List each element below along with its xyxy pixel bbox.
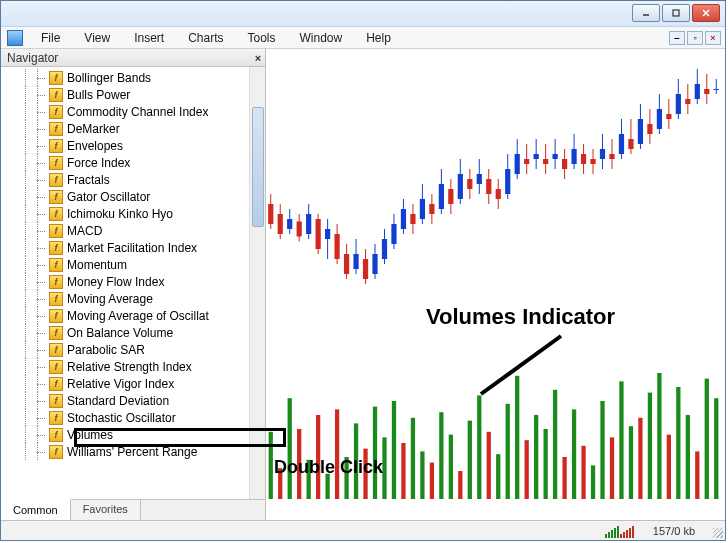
indicator-item-standard-deviation[interactable]: fStandard Deviation bbox=[1, 392, 265, 409]
svg-line-148 bbox=[481, 336, 561, 394]
svg-rect-13 bbox=[306, 214, 311, 234]
indicator-icon: f bbox=[49, 71, 63, 85]
statusbar: 157/0 kb bbox=[1, 520, 725, 540]
svg-rect-93 bbox=[685, 99, 690, 104]
indicator-item-ichimoku-kinko-hyo[interactable]: fIchimoku Kinko Hyo bbox=[1, 205, 265, 222]
menu-window[interactable]: Window bbox=[290, 29, 353, 47]
indicator-icon: f bbox=[49, 326, 63, 340]
indicator-label: Moving Average of Oscillat bbox=[67, 309, 209, 323]
indicator-item-relative-vigor-index[interactable]: fRelative Vigor Index bbox=[1, 375, 265, 392]
svg-rect-147 bbox=[714, 398, 718, 499]
indicator-item-commodity-channel-index[interactable]: fCommodity Channel Index bbox=[1, 103, 265, 120]
svg-rect-145 bbox=[695, 451, 699, 499]
indicator-item-gator-oscillator[interactable]: fGator Oscillator bbox=[1, 188, 265, 205]
svg-rect-121 bbox=[468, 421, 472, 499]
window-maximize-button[interactable] bbox=[662, 4, 690, 22]
indicator-item-bollinger-bands[interactable]: fBollinger Bands bbox=[1, 69, 265, 86]
navigator-header: Navigator × bbox=[1, 49, 265, 67]
status-transfer: 157/0 kb bbox=[653, 525, 695, 537]
indicator-item-bulls-power[interactable]: fBulls Power bbox=[1, 86, 265, 103]
navigator-scroll-thumb[interactable] bbox=[252, 107, 264, 227]
svg-rect-1 bbox=[673, 10, 679, 16]
navigator-tree[interactable]: fBollinger BandsfBulls PowerfCommodity C… bbox=[1, 67, 265, 499]
indicator-icon: f bbox=[49, 275, 63, 289]
indicator-item-on-balance-volume[interactable]: fOn Balance Volume bbox=[1, 324, 265, 341]
annotation-volumes-indicator: Volumes Indicator bbox=[426, 304, 615, 330]
indicator-item-demarker[interactable]: fDeMarker bbox=[1, 120, 265, 137]
svg-rect-5 bbox=[268, 204, 273, 224]
svg-rect-41 bbox=[439, 184, 444, 209]
indicator-item-momentum[interactable]: fMomentum bbox=[1, 256, 265, 273]
indicator-icon: f bbox=[49, 292, 63, 306]
indicator-label: Parabolic SAR bbox=[67, 343, 145, 357]
indicator-item-parabolic-sar[interactable]: fParabolic SAR bbox=[1, 341, 265, 358]
svg-rect-143 bbox=[676, 387, 680, 499]
navigator-tab-favorites[interactable]: Favorites bbox=[71, 500, 141, 521]
svg-rect-47 bbox=[467, 179, 472, 189]
indicator-item-williams-percent-range[interactable]: fWilliams' Percent Range bbox=[1, 443, 265, 460]
menu-file[interactable]: File bbox=[31, 29, 70, 47]
indicator-label: On Balance Volume bbox=[67, 326, 173, 340]
svg-rect-81 bbox=[628, 139, 633, 149]
indicator-icon: f bbox=[49, 105, 63, 119]
indicator-item-moving-average-of-oscillat[interactable]: fMoving Average of Oscillat bbox=[1, 307, 265, 324]
indicator-item-relative-strength-index[interactable]: fRelative Strength Index bbox=[1, 358, 265, 375]
indicator-icon: f bbox=[49, 173, 63, 187]
indicator-label: Commodity Channel Index bbox=[67, 105, 208, 119]
navigator-tab-common[interactable]: Common bbox=[1, 499, 71, 521]
indicator-item-market-facilitation-index[interactable]: fMarket Facilitation Index bbox=[1, 239, 265, 256]
indicator-item-stochastic-oscillator[interactable]: fStochastic Oscillator bbox=[1, 409, 265, 426]
indicator-item-money-flow-index[interactable]: fMoney Flow Index bbox=[1, 273, 265, 290]
svg-rect-97 bbox=[704, 89, 709, 94]
svg-rect-137 bbox=[619, 381, 623, 499]
svg-rect-128 bbox=[534, 415, 538, 499]
svg-rect-114 bbox=[401, 443, 405, 499]
menu-tools[interactable]: Tools bbox=[238, 29, 286, 47]
svg-rect-73 bbox=[590, 159, 595, 164]
window-buttons bbox=[632, 4, 720, 22]
menu-insert[interactable]: Insert bbox=[124, 29, 174, 47]
mdi-minimize-button[interactable]: ‒ bbox=[669, 31, 685, 45]
resize-grip[interactable] bbox=[709, 524, 723, 538]
indicator-icon: f bbox=[49, 394, 63, 408]
svg-rect-7 bbox=[278, 214, 283, 234]
indicator-item-envelopes[interactable]: fEnvelopes bbox=[1, 137, 265, 154]
svg-rect-25 bbox=[363, 259, 368, 279]
svg-rect-67 bbox=[562, 159, 567, 169]
candlestick-chart bbox=[266, 59, 721, 309]
indicator-item-force-index[interactable]: fForce Index bbox=[1, 154, 265, 171]
svg-rect-134 bbox=[591, 465, 595, 499]
indicator-icon: f bbox=[49, 445, 63, 459]
menu-view[interactable]: View bbox=[74, 29, 120, 47]
mdi-window-buttons: ‒ ▫ × bbox=[669, 31, 725, 45]
indicator-icon: f bbox=[49, 156, 63, 170]
window-close-button[interactable] bbox=[692, 4, 720, 22]
mdi-restore-button[interactable]: ▫ bbox=[687, 31, 703, 45]
navigator-scrollbar[interactable] bbox=[249, 67, 265, 499]
indicator-icon: f bbox=[49, 122, 63, 136]
svg-rect-43 bbox=[448, 189, 453, 204]
svg-rect-85 bbox=[647, 124, 652, 134]
window-minimize-button[interactable] bbox=[632, 4, 660, 22]
indicator-label: Envelopes bbox=[67, 139, 123, 153]
mdi-close-button[interactable]: × bbox=[705, 31, 721, 45]
menubar: File View Insert Charts Tools Window Hel… bbox=[1, 27, 725, 49]
menu-help[interactable]: Help bbox=[356, 29, 401, 47]
svg-rect-75 bbox=[600, 149, 605, 159]
svg-rect-119 bbox=[449, 435, 453, 499]
svg-rect-115 bbox=[411, 418, 415, 499]
svg-rect-87 bbox=[657, 109, 662, 129]
menu-charts[interactable]: Charts bbox=[178, 29, 233, 47]
svg-rect-135 bbox=[600, 401, 604, 499]
indicator-label: Fractals bbox=[67, 173, 110, 187]
indicator-item-moving-average[interactable]: fMoving Average bbox=[1, 290, 265, 307]
indicator-icon: f bbox=[49, 88, 63, 102]
svg-rect-21 bbox=[344, 254, 349, 274]
indicator-item-volumes[interactable]: fVolumes bbox=[1, 426, 265, 443]
svg-rect-141 bbox=[657, 373, 661, 499]
indicator-item-macd[interactable]: fMACD bbox=[1, 222, 265, 239]
navigator-close-button[interactable]: × bbox=[251, 51, 265, 65]
indicator-item-fractals[interactable]: fFractals bbox=[1, 171, 265, 188]
svg-rect-144 bbox=[686, 415, 690, 499]
chart-area[interactable]: Volumes Indicator Double Click bbox=[266, 49, 725, 521]
